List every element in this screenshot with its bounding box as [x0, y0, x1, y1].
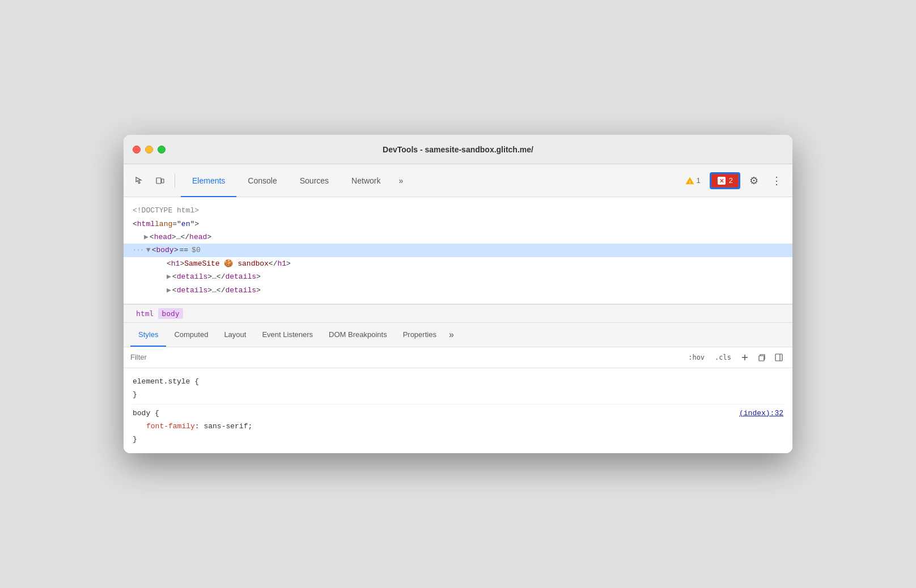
tab-console[interactable]: Console [236, 164, 288, 197]
maximize-button[interactable] [158, 146, 166, 154]
dom-line-h1[interactable]: <h1>SameSite 🍪 sandbox</h1> [133, 257, 783, 270]
devtools-window: DevTools - samesite-sandbox.glitch.me/ E… [124, 135, 792, 453]
minimize-button[interactable] [145, 146, 153, 154]
tab-dom-breakpoints[interactable]: DOM Breakpoints [321, 323, 395, 347]
main-content: <!DOCTYPE html> <html lang="en"> ▶ <head… [124, 197, 792, 453]
dom-line-body[interactable]: ··· ▼ <body> == $0 [124, 244, 792, 257]
tab-elements[interactable]: Elements [181, 164, 236, 197]
settings-button[interactable]: ⚙ [745, 172, 763, 190]
tab-sources[interactable]: Sources [289, 164, 340, 197]
css-source-link[interactable]: (index):32 [739, 407, 783, 420]
tab-computed[interactable]: Computed [166, 323, 216, 347]
css-content: element.style { } body { (index):32 font… [124, 368, 792, 453]
css-rule-element-style: element.style { } [133, 375, 783, 402]
dom-line-doctype[interactable]: <!DOCTYPE html> [133, 204, 783, 217]
main-tabs: Elements Console Sources Network » [181, 164, 678, 197]
copy-style-button[interactable] [755, 351, 769, 364]
cls-button[interactable]: .cls [711, 352, 735, 363]
filter-input[interactable] [130, 353, 680, 361]
dom-line-head[interactable]: ▶ <head>…</head> [133, 231, 783, 244]
filter-bar: :hov .cls [124, 347, 792, 368]
svg-text:!: ! [689, 179, 690, 184]
tab-styles[interactable]: Styles [130, 323, 166, 347]
window-title: DevTools - samesite-sandbox.glitch.me/ [383, 145, 533, 154]
traffic-lights [133, 146, 166, 154]
more-tabs-button[interactable]: » [392, 164, 410, 197]
breadcrumb-html[interactable]: html [133, 308, 157, 319]
breadcrumb: html body [124, 304, 792, 323]
css-rule-body: body { (index):32 font-family: sans-seri… [133, 407, 783, 446]
tab-properties[interactable]: Properties [395, 323, 444, 347]
close-button[interactable] [133, 146, 141, 154]
inspect-element-button[interactable] [130, 172, 149, 190]
warning-count: 1 [697, 176, 701, 185]
titlebar: DevTools - samesite-sandbox.glitch.me/ [124, 135, 792, 164]
dom-line-html[interactable]: <html lang="en"> [133, 218, 783, 231]
svg-rect-8 [759, 356, 764, 361]
toggle-sidebar-button[interactable] [772, 351, 786, 364]
error-count: 2 [729, 176, 733, 185]
svg-text:✕: ✕ [719, 178, 724, 184]
dom-line-details-2[interactable]: ▶ <details>…</details> [133, 284, 783, 297]
tab-network[interactable]: Network [340, 164, 392, 197]
more-styles-tabs-button[interactable]: » [444, 323, 459, 347]
toolbar-right: ! 1 ✕ 2 ⚙ ⋮ [681, 172, 786, 190]
tab-event-listeners[interactable]: Event Listeners [254, 323, 321, 347]
add-style-button[interactable] [738, 351, 752, 364]
svg-rect-9 [775, 354, 782, 361]
dom-tree[interactable]: <!DOCTYPE html> <html lang="en"> ▶ <head… [124, 197, 792, 304]
breadcrumb-body[interactable]: body [158, 308, 183, 319]
svg-rect-0 [156, 178, 161, 184]
error-icon: ✕ [717, 176, 726, 185]
tab-layout[interactable]: Layout [216, 323, 254, 347]
dom-line-details-1[interactable]: ▶ <details>…</details> [133, 270, 783, 283]
svg-rect-1 [162, 179, 164, 183]
warning-badge[interactable]: ! 1 [681, 174, 705, 188]
toolbar-divider [175, 174, 175, 188]
error-badge[interactable]: ✕ 2 [710, 172, 740, 189]
styles-panel: Styles Computed Layout Event Listeners D… [124, 323, 792, 453]
styles-tabs: Styles Computed Layout Event Listeners D… [124, 323, 792, 347]
warning-icon: ! [685, 176, 694, 185]
hov-button[interactable]: :hov [685, 352, 708, 363]
filter-actions: :hov .cls [685, 351, 786, 364]
device-toolbar-button[interactable] [151, 172, 169, 190]
more-options-button[interactable]: ⋮ [767, 172, 786, 190]
main-toolbar: Elements Console Sources Network » ! [124, 164, 792, 197]
